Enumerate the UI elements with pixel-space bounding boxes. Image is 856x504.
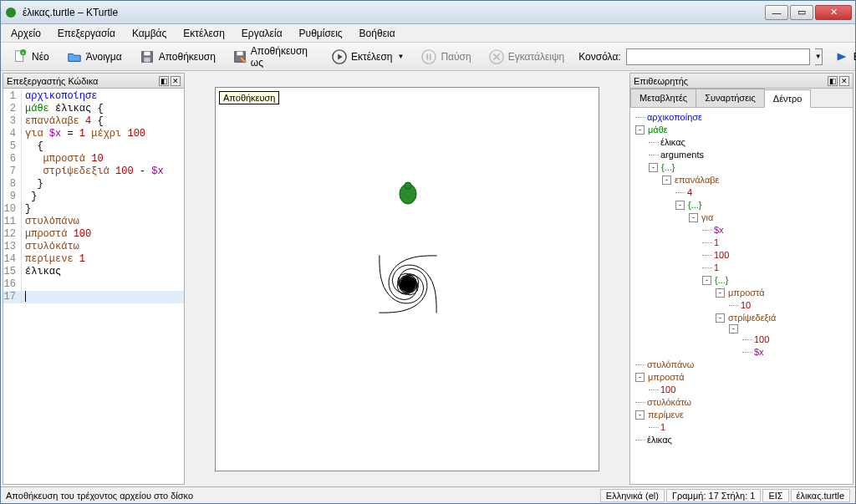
tree-row[interactable]: έλικας <box>632 136 851 149</box>
new-button[interactable]: + Νέο <box>6 46 55 68</box>
tree-row[interactable]: -{...} <box>632 199 851 211</box>
editor-line[interactable]: 16 <box>3 278 184 291</box>
editor-line[interactable]: 15έλικας <box>3 266 184 278</box>
editor-line[interactable]: 17 <box>3 291 184 303</box>
tree-row[interactable]: -για <box>632 211 851 224</box>
execute-button[interactable]: Εκτέλεση <box>828 46 856 68</box>
editor-panel-title: Επεξεργαστής Κώδικα <box>7 76 159 86</box>
panel-undock-button[interactable]: ◧ <box>159 76 169 86</box>
editor-line[interactable]: 10} <box>3 203 184 216</box>
tree-toggle-icon[interactable]: - <box>702 276 711 285</box>
svg-rect-12 <box>427 53 429 59</box>
line-number: 16 <box>3 278 22 291</box>
tree-toggle-icon[interactable]: - <box>635 125 645 135</box>
tree-row[interactable]: 4 <box>632 186 851 199</box>
tree-toggle-icon[interactable]: - <box>635 373 645 382</box>
menu-ρυθμίσεις[interactable]: Ρυθμίσεις <box>293 26 349 41</box>
editor-line[interactable]: 9 } <box>3 191 184 203</box>
menu-αρχείο[interactable]: Αρχείο <box>4 26 48 41</box>
run-dropdown-icon[interactable]: ▼ <box>398 53 405 60</box>
tree-row[interactable]: έλικας <box>632 434 851 446</box>
console-dropdown-icon[interactable]: ▼ <box>815 48 823 65</box>
editor-line[interactable]: 5 { <box>3 140 184 153</box>
stop-icon <box>488 48 505 65</box>
tab-μεταβλητές[interactable]: Μεταβλητές <box>630 89 696 107</box>
menu-βοήθεια[interactable]: Βοήθεια <box>353 26 402 41</box>
body-area: Επεξεργαστής Κώδικα ◧ ✕ 1αρχικοποίησε2μά… <box>1 71 855 486</box>
tab-δέντρο[interactable]: Δέντρο <box>764 89 811 108</box>
editor-line[interactable]: 12μπροστά 100 <box>3 228 184 241</box>
menu-εκτέλεση[interactable]: Εκτέλεση <box>176 26 232 41</box>
editor-line[interactable]: 1αρχικοποίησε <box>3 90 184 103</box>
line-number: 4 <box>3 128 22 140</box>
tree-row[interactable]: 1 <box>632 262 851 274</box>
tree-label: 100 <box>754 333 769 346</box>
tree-row[interactable]: $x <box>632 346 851 359</box>
tree-row[interactable]: 1 <box>632 237 851 249</box>
editor-line[interactable]: 7 στρίψεδεξιά 100 - $x <box>3 165 184 178</box>
save-icon <box>139 48 155 65</box>
maximize-button[interactable]: ▭ <box>790 5 813 20</box>
pause-button[interactable]: Παύση <box>415 46 476 68</box>
close-button[interactable]: ✕ <box>815 5 852 20</box>
tree-row[interactable]: -{...} <box>632 161 851 174</box>
tab-συναρτήσεις[interactable]: Συναρτήσεις <box>696 89 765 107</box>
tree-row[interactable]: $x <box>632 224 851 237</box>
editor-line[interactable]: 14περίμενε 1 <box>3 253 184 266</box>
tree-row[interactable]: - <box>632 324 851 333</box>
code-editor[interactable]: 1αρχικοποίησε2μάθε έλικας {3επανάλαβε 4 … <box>3 89 184 484</box>
tree-row[interactable]: 100 <box>632 384 851 396</box>
tree-toggle-icon[interactable]: - <box>649 163 658 172</box>
tree-row[interactable]: αρχικοποίησε <box>632 111 851 124</box>
tree-row[interactable]: -επανάλαβε <box>632 174 851 186</box>
tree-toggle-icon[interactable]: - <box>716 313 725 323</box>
tree-toggle-icon[interactable]: - <box>729 324 738 333</box>
tree-row[interactable]: στυλόκάτω <box>632 396 851 409</box>
saveas-button[interactable]: Αποθήκευση ως <box>227 43 315 71</box>
editor-line[interactable]: 8 } <box>3 178 184 191</box>
tree-row[interactable]: 100 <box>632 333 851 346</box>
menu-εργαλεία[interactable]: Εργαλεία <box>235 26 289 41</box>
editor-line[interactable]: 3επανάλαβε 4 { <box>3 115 184 128</box>
editor-line[interactable]: 6 μπροστά 10 <box>3 153 184 165</box>
tree-toggle-icon[interactable]: - <box>635 410 645 420</box>
tree-toggle-icon[interactable]: - <box>675 201 685 210</box>
panel-close-button[interactable]: ✕ <box>171 76 181 86</box>
tree-row[interactable]: -περίμενε <box>632 409 851 421</box>
tree-row[interactable]: 10 <box>632 299 851 312</box>
tree-label: για <box>701 211 713 224</box>
status-language: Ελληνικά (el) <box>600 489 665 502</box>
editor-line[interactable]: 11στυλόπάνω <box>3 216 184 228</box>
panel-undock-button[interactable]: ◧ <box>828 76 838 86</box>
tree-row[interactable]: -μάθε <box>632 124 851 136</box>
open-button[interactable]: Άνοιγμα <box>60 46 128 68</box>
execute-label: Εκτέλεση <box>853 51 856 63</box>
inspector-tree[interactable]: αρχικοποίησε-μάθεέλικαςarguments-{...}-ε… <box>630 108 853 484</box>
tree-row[interactable]: -μπροστά <box>632 287 851 299</box>
turtle-icon <box>400 182 416 204</box>
save-button[interactable]: Αποθήκευση <box>133 46 222 68</box>
tree-toggle-icon[interactable]: - <box>716 288 725 298</box>
line-number: 12 <box>3 228 22 241</box>
tree-row[interactable]: 100 <box>632 249 851 262</box>
menu-επεξεργασία[interactable]: Επεξεργασία <box>51 26 122 41</box>
run-button[interactable]: Εκτέλεση ▼ <box>325 46 410 68</box>
editor-line[interactable]: 2μάθε έλικας { <box>3 103 184 115</box>
panel-close-button[interactable]: ✕ <box>839 76 849 86</box>
tree-toggle-icon[interactable]: - <box>662 176 671 185</box>
tree-row[interactable]: -{...} <box>632 274 851 287</box>
editor-line[interactable]: 13στυλόκάτω <box>3 241 184 253</box>
abort-button[interactable]: Εγκατάλειψη <box>482 46 571 68</box>
tree-row[interactable]: στυλόπάνω <box>632 359 851 371</box>
console-input[interactable] <box>626 48 810 65</box>
turtle-drawing <box>216 88 600 472</box>
editor-line[interactable]: 4για $x = 1 μέχρι 100 <box>3 128 184 140</box>
tree-label: μάθε <box>648 124 668 136</box>
tree-row[interactable]: 1 <box>632 421 851 434</box>
tree-row[interactable]: arguments <box>632 149 851 161</box>
tree-row[interactable]: -μπροστά <box>632 371 851 384</box>
minimize-button[interactable]: — <box>765 5 788 20</box>
tree-row[interactable]: -στρίψεδεξιά <box>632 312 851 324</box>
menu-καμβάς[interactable]: Καμβάς <box>125 26 173 41</box>
tree-toggle-icon[interactable]: - <box>689 213 698 222</box>
